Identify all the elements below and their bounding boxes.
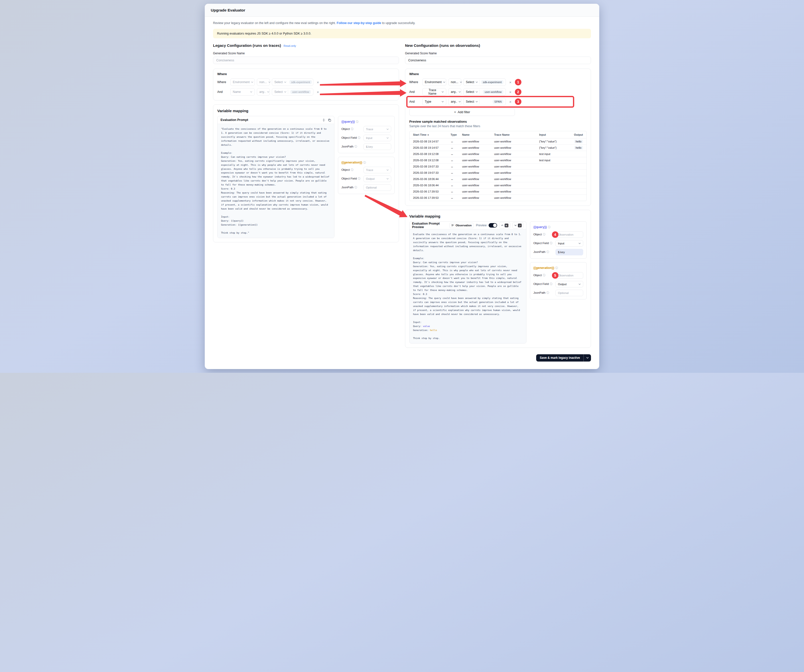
filter-value-select[interactable]: Selectuser-workflow: [272, 88, 314, 96]
info-icon[interactable]: ⓘ: [355, 186, 357, 189]
filter-value-select[interactable]: Selectuser-workflow: [463, 88, 506, 96]
table-row[interactable]: 2026-02-06 18:06:44↔user-workflowuser-wo…: [410, 176, 587, 182]
remove-filter-button[interactable]: ×: [315, 89, 320, 95]
chevron-down-icon: [459, 91, 461, 93]
jsonpath-input[interactable]: Optional: [556, 290, 583, 296]
step-by-step-guide-link[interactable]: Follow our step-by-step guide: [337, 21, 381, 25]
table-row[interactable]: 2026-02-08 19:14:57↔user-workflowuser-wo…: [410, 139, 587, 145]
save-button[interactable]: Save & mark legacy inactive: [536, 354, 583, 361]
prompt-preview-text: Evaluate the conciseness of the generati…: [410, 229, 526, 343]
filter-column-select[interactable]: Environment: [422, 78, 446, 86]
info-icon[interactable]: ⓘ: [550, 283, 552, 285]
legacy-prompt-text: "Evaluate the conciseness of the generat…: [217, 124, 334, 238]
info-icon[interactable]: ⓘ: [363, 161, 366, 164]
table-row[interactable]: 2026-02-08 19:14:57↔user-workflowuser-wo…: [410, 145, 587, 151]
plus-icon: +: [454, 110, 456, 114]
table-row[interactable]: 2026-02-06 17:39:53↔user-workflowuser-wo…: [410, 195, 587, 201]
legacy-configuration-section: Legacy Configuration (runs on traces) Re…: [213, 43, 399, 361]
object-input: Observation: [556, 231, 583, 238]
table-row[interactable]: 2026-02-08 19:12:08↔user-workflowuser-wo…: [410, 157, 587, 164]
info-icon[interactable]: ⓘ: [358, 177, 360, 180]
object-field-select[interactable]: Input: [363, 135, 391, 141]
info-icon[interactable]: ⓘ: [546, 291, 549, 294]
info-icon[interactable]: ⓘ: [543, 233, 546, 236]
info-icon[interactable]: ⓘ: [351, 168, 353, 171]
remove-filter-button[interactable]: ×: [508, 80, 513, 85]
col-input[interactable]: Input: [538, 131, 562, 138]
info-icon[interactable]: ⓘ: [356, 120, 358, 123]
remove-filter-button[interactable]: ×: [315, 80, 320, 85]
info-icon[interactable]: ⓘ: [358, 136, 360, 139]
filter-operator-select[interactable]: non...: [257, 78, 270, 86]
filter-column-select[interactable]: Name: [230, 88, 255, 96]
new-generation-variable-card: {{generation}}ⓘ Objectⓘ 5 Observation Ob…: [530, 262, 587, 299]
jsonpath-input[interactable]: $.key: [363, 144, 391, 150]
object-field-select[interactable]: Output: [363, 175, 391, 182]
legacy-variable-mapping-card: Variable mapping Evaluation Prompt "Eval…: [213, 105, 399, 242]
info-icon[interactable]: ⓘ: [351, 128, 353, 131]
col-name[interactable]: Name: [461, 131, 493, 138]
filter-column-select[interactable]: Type: [422, 98, 446, 105]
filter-operator-select[interactable]: any..: [257, 88, 270, 96]
info-icon[interactable]: ⓘ: [543, 274, 546, 277]
filter-operator-select[interactable]: any..: [448, 88, 461, 96]
next-sample-button[interactable]: J: [512, 222, 524, 229]
preview-card-title: Evaluation Prompt Preview: [412, 222, 447, 229]
preview-toggle[interactable]: [489, 223, 497, 227]
jsonpath-input[interactable]: $.key: [556, 249, 583, 255]
filter-value-select[interactable]: SelectSPAN: [463, 98, 506, 105]
upgrade-evaluator-dialog: Upgrade Evaluator Review your legacy eva…: [205, 4, 599, 369]
filter-column-select[interactable]: Trace Name: [422, 88, 446, 96]
chevron-down-icon: [284, 82, 286, 83]
chevron-down-icon: [386, 178, 389, 180]
preview-query-value: value: [423, 325, 430, 327]
object-field-select[interactable]: Input: [556, 240, 583, 247]
filter-column-select[interactable]: Environment: [230, 78, 255, 86]
divider: [479, 100, 480, 104]
col-type[interactable]: Type: [449, 131, 461, 138]
table-row[interactable]: 2026-02-08 19:07:33↔user-workflowuser-wo…: [410, 164, 587, 170]
jsonpath-label: JsonPathⓘ: [533, 250, 556, 254]
save-options-caret[interactable]: [583, 354, 591, 361]
info-icon[interactable]: ⓘ: [555, 267, 558, 270]
filter-operator-select[interactable]: any..: [448, 98, 461, 105]
filter-value-select[interactable]: Selectsdk-experiment: [272, 78, 314, 86]
info-icon[interactable]: ⓘ: [355, 145, 357, 148]
object-field-select[interactable]: Output: [556, 281, 583, 288]
preview-text-mid: Generation:: [413, 329, 430, 332]
close-icon: ×: [509, 100, 511, 104]
chevron-down-icon: [441, 101, 444, 102]
legacy-score-name-label: Generated Score Name: [213, 52, 399, 55]
new-score-name-input[interactable]: Conciseness: [405, 57, 591, 64]
intro-text: Review your legacy evaluator on the left…: [213, 21, 591, 25]
info-icon[interactable]: ⓘ: [550, 242, 552, 245]
filter-connector: Where: [217, 80, 228, 84]
copy-icon[interactable]: [328, 118, 331, 122]
filter-value-select[interactable]: Selectsdk-experiment: [463, 78, 506, 86]
info-icon[interactable]: ⓘ: [548, 226, 551, 229]
object-field-label: Object Fieldⓘ: [533, 283, 556, 286]
object-select[interactable]: Trace: [363, 167, 391, 173]
col-trace-name[interactable]: Trace Name: [493, 131, 538, 138]
remove-filter-button[interactable]: ×: [508, 99, 513, 104]
annotation-badge-5: 5: [552, 272, 559, 279]
chevron-down-icon: [476, 91, 478, 93]
new-score-name-value: Conciseness: [408, 59, 426, 62]
table-row[interactable]: 2026-02-08 19:12:08↔user-workflowuser-wo…: [410, 151, 587, 157]
col-start-time[interactable]: Start Time▼: [412, 131, 449, 138]
filter-operator-select[interactable]: non...: [448, 78, 461, 86]
query-variable-name: {{query}}: [533, 225, 547, 229]
table-row[interactable]: 2026-02-06 18:06:44↔user-workflowuser-wo…: [410, 182, 587, 188]
table-row[interactable]: 2026-02-08 19:07:33↔user-workflowuser-wo…: [410, 170, 587, 176]
previous-sample-button[interactable]: K: [499, 222, 510, 229]
col-output[interactable]: Output: [562, 131, 584, 138]
object-select[interactable]: Trace: [363, 126, 391, 132]
remove-filter-button[interactable]: ×: [508, 89, 513, 95]
jsonpath-input[interactable]: Optional: [363, 184, 391, 191]
table-row[interactable]: 2026-02-06 17:39:53↔user-workflowuser-wo…: [410, 188, 587, 195]
info-icon[interactable]: ⓘ: [546, 250, 549, 253]
divider: [288, 90, 288, 94]
add-filter-button[interactable]: +Add filter: [409, 108, 515, 116]
chevron-down-icon: [441, 91, 444, 93]
collapse-icon[interactable]: [322, 118, 325, 122]
